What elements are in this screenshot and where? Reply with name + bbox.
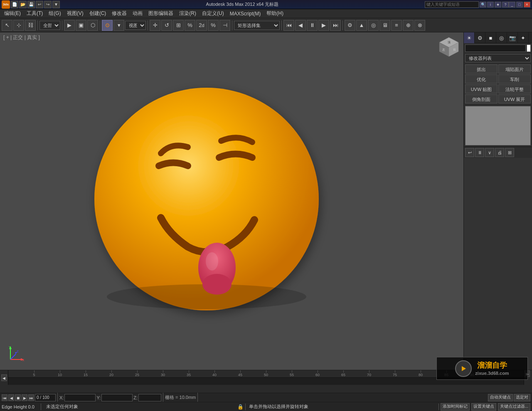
set-key-btn2[interactable]: 设置关键点 [471, 403, 496, 411]
auto-key-btn[interactable]: 自动关键点 [488, 394, 513, 401]
qa-dropdown[interactable]: ▼ [52, 1, 60, 8]
menu-graph-editor[interactable]: 图形编辑器 [146, 9, 176, 18]
play-backward-btn[interactable]: ◀ [8, 394, 14, 401]
menu-group[interactable]: 组(G) [46, 9, 63, 18]
more-tools[interactable]: ≡ [391, 20, 402, 31]
menu-maxscript[interactable]: MAXScript(M) [227, 10, 264, 17]
open-btn[interactable]: 📂 [19, 1, 27, 8]
menu-modifier[interactable]: 修改器 [109, 9, 129, 18]
y-coord-input[interactable]: 45.23mm [101, 394, 133, 401]
close-btn[interactable]: ✕ [524, 2, 530, 7]
tab-motion[interactable]: ◎ [496, 32, 507, 43]
render-view[interactable]: 🖥 [379, 20, 390, 31]
scale-tool[interactable]: ⊞ [173, 20, 184, 31]
rel-key-btn[interactable]: 关键点过滤器... [498, 403, 530, 411]
panel-config-btn[interactable]: ⊞ [505, 148, 514, 157]
set-key-btn[interactable]: 选定对 [514, 394, 530, 401]
z-coord-input[interactable]: 0.0mm [138, 394, 161, 401]
rotate-tool[interactable]: ↺ [161, 20, 172, 31]
tab-utilities[interactable]: ✦ [518, 32, 529, 43]
panel-collapse-btn[interactable]: ∨ [485, 148, 494, 157]
next-frame[interactable]: ▶ [318, 20, 329, 31]
link-tool[interactable]: ⛓ [25, 20, 36, 31]
play-forward-btn[interactable]: ▶ [22, 394, 27, 401]
viewport-cube[interactable]: 顶 左 前 [438, 37, 459, 57]
menu-animation[interactable]: 动画 [130, 9, 145, 18]
prev-frame[interactable]: ◀ [295, 20, 306, 31]
redo-btn[interactable]: ↪ [44, 1, 52, 8]
sep-bc3 [197, 393, 198, 403]
menu-customize[interactable]: 自定义(U) [200, 9, 227, 18]
view-select[interactable]: 视图 [125, 21, 146, 30]
mod-btn-optimize[interactable]: 优化 [465, 74, 498, 84]
help-button[interactable]: ? [502, 2, 509, 7]
star-button[interactable]: ★ [495, 2, 501, 7]
play-btn[interactable]: ⏮ [283, 20, 294, 31]
frame-counter-input[interactable] [35, 394, 56, 401]
tab-hierarchy[interactable]: ■ [485, 32, 496, 43]
prev-key-btn[interactable]: ⏮ [2, 394, 7, 401]
mod-btn-uvw-unwrap[interactable]: UVW 展开 [498, 94, 531, 103]
menu-view[interactable]: 视图(V) [64, 9, 86, 18]
selection-set-dropdown[interactable]: 矩形选择集 [234, 21, 280, 30]
menu-edit[interactable]: 编辑(E) [2, 9, 23, 18]
snap-2d[interactable]: 2d [196, 20, 207, 31]
render-quick[interactable]: ▲ [356, 20, 367, 31]
panel-print-btn[interactable]: 🖨 [495, 148, 504, 157]
sep4 [148, 20, 148, 30]
mod-btn-lathe[interactable]: 车削 [498, 74, 531, 84]
select-obj-tool[interactable]: ▶ [64, 20, 75, 31]
modifier-list-dropdown[interactable]: 修改器列表 [465, 54, 531, 62]
tab-camera[interactable]: 📷 [507, 32, 518, 43]
last-frame[interactable]: ⏭ [330, 20, 341, 31]
add-time-tag-btn[interactable]: 添加时间标记 [441, 403, 470, 411]
maximize-btn[interactable]: □ [516, 2, 523, 7]
panel-pin-btn[interactable]: ↩ [465, 148, 474, 157]
select-region-rect[interactable]: ▣ [76, 20, 86, 31]
extra2[interactable]: ⊗ [414, 20, 425, 31]
panel-show-btn[interactable]: ⏸ [475, 148, 484, 157]
mod-btn-uvw-map[interactable]: UVW 贴图 [465, 84, 498, 94]
orbit-tool[interactable]: ⊙ [102, 20, 113, 31]
undo-btn[interactable]: ↩ [36, 1, 43, 8]
filter-dropdown[interactable]: 全部 [39, 21, 60, 30]
mod-btn-bevel[interactable]: 倒角剖面 [465, 94, 498, 103]
tab-display[interactable]: ☀ [464, 32, 475, 43]
mod-btn-grab[interactable]: 抓出 [465, 64, 498, 74]
stop-btn[interactable]: ⏸ [307, 20, 318, 31]
menu-help[interactable]: 帮助(H) [264, 9, 286, 18]
search-button[interactable]: 🔍 [480, 2, 486, 7]
render-setup[interactable]: ⚙ [345, 20, 355, 31]
next-key-btn[interactable]: ⏭ [28, 394, 34, 401]
lock-icon[interactable]: 🔒 [237, 404, 244, 410]
select-lasso[interactable]: ⬡ [87, 20, 98, 31]
menu-render[interactable]: 渲染(R) [177, 9, 199, 18]
minimize-btn[interactable]: _ [509, 2, 515, 7]
mod-btn-collapse[interactable]: 塌陷面片 [498, 64, 531, 74]
select-region-tool[interactable]: ⊹ [13, 20, 24, 31]
tl-prev-btn[interactable]: ◀ [1, 374, 7, 381]
menu-bar: 编辑(E) 工具(T) 组(G) 视图(V) 创建(C) 修改器 动画 图形编辑… [0, 9, 532, 18]
mirror-tool[interactable]: ⊣ [219, 20, 230, 31]
panel-search-input[interactable] [465, 44, 526, 52]
menu-create[interactable]: 创建(C) [87, 9, 109, 18]
x-coord-input[interactable]: 125.328mm [64, 394, 96, 401]
stop-anim-btn[interactable]: ⏹ [15, 394, 21, 401]
extra1[interactable]: ⊕ [403, 20, 414, 31]
menu-tools[interactable]: 工具(T) [24, 9, 45, 18]
mat-editor[interactable]: ◎ [368, 20, 379, 31]
view-dropdown[interactable]: ▾ [113, 20, 124, 31]
save-btn[interactable]: 💾 [27, 1, 35, 8]
move-tool[interactable]: ✛ [150, 20, 160, 31]
viewport[interactable]: [ + | 正交 | 真实 ] 顶 左 前 [0, 32, 463, 370]
mod-btn-smooth[interactable]: 法轮平整 [498, 84, 531, 94]
info-button[interactable]: i [487, 2, 494, 7]
snap-percent[interactable]: % [208, 20, 219, 31]
panel-color-swatch[interactable] [527, 44, 531, 52]
tab-modify[interactable]: ⚙ [475, 32, 485, 43]
new-btn[interactable]: 📄 [11, 1, 18, 8]
percent-tool[interactable]: % [185, 20, 195, 31]
select-tool[interactable]: ↖ [2, 20, 12, 31]
search-input[interactable] [425, 1, 479, 8]
sep7 [342, 20, 343, 30]
